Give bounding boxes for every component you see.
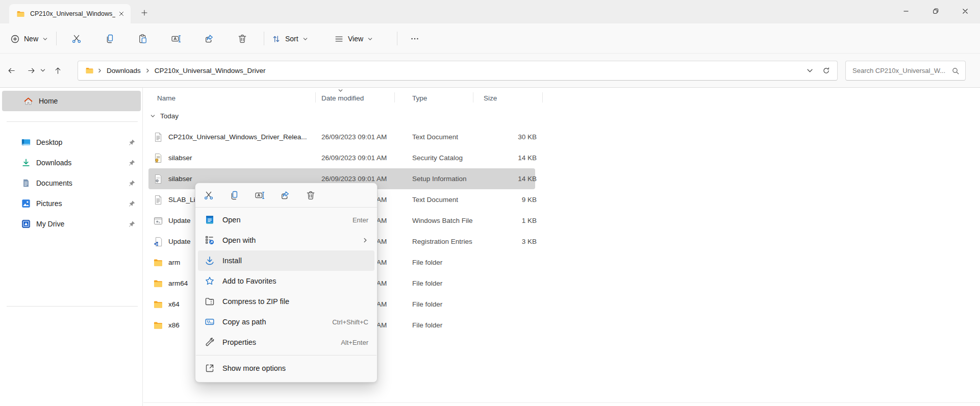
file-type: Text Document	[412, 133, 494, 141]
context-cut-button[interactable]	[199, 187, 218, 204]
forward-arrow-icon	[27, 66, 36, 75]
context-copy-button[interactable]	[225, 187, 243, 204]
file-row-cp210x-universal-windows-driver-relea[interactable]: CP210x_Universal_Windows_Driver_Relea...…	[148, 126, 535, 147]
copy-path-icon	[205, 317, 215, 327]
column-header-date-modified[interactable]: Date modified	[321, 94, 412, 102]
context-menu-item-show-more-options[interactable]: Show more options	[198, 358, 374, 378]
context-menu-divider	[196, 355, 376, 356]
sort-descending-icon	[338, 88, 343, 93]
zip-icon	[205, 296, 215, 307]
share-icon	[204, 34, 214, 44]
search-input[interactable]	[846, 67, 949, 74]
sidebar-item-downloads[interactable]: Downloads	[0, 153, 142, 173]
keyboard-shortcut: Alt+Enter	[341, 339, 368, 346]
column-divider[interactable]	[542, 92, 543, 103]
restore-button[interactable]	[921, 0, 950, 22]
minimize-button[interactable]	[891, 0, 921, 22]
context-rename-button[interactable]	[250, 187, 269, 204]
collapse-group-icon	[150, 113, 156, 119]
breadcrumb-current-folder[interactable]: CP210x_Universal_Windows_Driver	[152, 65, 269, 77]
folder-icon	[153, 299, 163, 310]
sidebar-item-documents[interactable]: Documents	[0, 173, 142, 193]
view-button[interactable]: View	[334, 30, 373, 48]
address-bar[interactable]: Downloads CP210x_Universal_Windows_Drive…	[78, 61, 838, 81]
file-row-silabser[interactable]: silabser26/09/2023 09:01 AMSecurity Cata…	[148, 147, 535, 168]
toolbar-separator	[397, 32, 397, 45]
text-doc-icon	[153, 132, 163, 142]
back-button[interactable]	[3, 62, 20, 79]
column-divider[interactable]	[315, 92, 316, 103]
file-size: 14 KB	[494, 175, 538, 183]
context-menu-item-open-with[interactable]: Open with	[198, 230, 374, 250]
refresh-button[interactable]	[818, 63, 834, 79]
file-type: Registration Entries	[412, 238, 494, 245]
folder-icon	[153, 258, 163, 268]
chevron-down-icon	[40, 67, 46, 73]
delete-button[interactable]	[232, 30, 253, 48]
column-divider[interactable]	[394, 92, 395, 103]
context-delete-button[interactable]	[301, 187, 320, 204]
more-options-button[interactable]	[405, 30, 425, 48]
copy-icon	[105, 34, 115, 44]
copy-button[interactable]	[99, 30, 120, 48]
context-menu-item-open[interactable]: OpenEnter	[198, 210, 374, 230]
file-type: File folder	[412, 300, 494, 308]
setup-info-icon	[153, 174, 163, 184]
sidebar-item-pictures[interactable]: Pictures	[0, 193, 142, 214]
context-menu-item-label: Properties	[222, 338, 256, 346]
registry-icon	[153, 237, 163, 247]
context-menu-item-install[interactable]: Install	[198, 250, 374, 271]
cut-button[interactable]	[66, 30, 87, 48]
sidebar-item-label: Home	[39, 97, 58, 105]
paste-icon	[138, 34, 148, 44]
share-icon	[280, 190, 290, 200]
batch-file-icon	[153, 216, 163, 226]
text-doc-icon	[153, 195, 163, 205]
group-header-today[interactable]: Today	[150, 112, 179, 120]
search-icon	[951, 67, 960, 75]
explorer-tab[interactable]: CP210x_Universal_Windows_D	[9, 4, 131, 23]
tab-close-button[interactable]	[115, 8, 128, 20]
navigation-pane: Home DesktopDownloadsDocumentsPicturesMy…	[0, 88, 143, 406]
context-menu-item-add-to-favorites[interactable]: Add to Favorites	[198, 271, 374, 291]
share-button[interactable]	[199, 30, 219, 48]
paste-button[interactable]	[133, 30, 153, 48]
address-bar-row: Downloads CP210x_Universal_Windows_Drive…	[0, 54, 980, 88]
pin-icon	[128, 200, 136, 208]
close-window-button[interactable]	[950, 0, 980, 22]
up-arrow-icon	[54, 66, 62, 75]
address-dropdown-button[interactable]	[801, 63, 818, 79]
breadcrumb-downloads[interactable]: Downloads	[104, 65, 144, 77]
column-header-name[interactable]: Name	[148, 94, 321, 102]
file-explorer-window: { "window": { "tab_title": "CP210x_Unive…	[0, 0, 980, 406]
column-divider[interactable]	[473, 92, 473, 103]
up-button[interactable]	[49, 62, 66, 79]
notepad-icon	[205, 215, 215, 225]
chevron-down-icon	[42, 36, 48, 42]
sidebar-item-label: Downloads	[36, 159, 71, 167]
context-share-button[interactable]	[276, 187, 294, 204]
sidebar-item-desktop[interactable]: Desktop	[0, 132, 142, 153]
file-type: File folder	[412, 280, 494, 287]
context-menu-item-label: Show more options	[222, 364, 286, 372]
file-size: 1 KB	[494, 217, 538, 224]
pin-icon	[128, 139, 136, 146]
context-menu-item-properties[interactable]: PropertiesAlt+Enter	[198, 332, 374, 352]
file-type: File folder	[412, 259, 494, 266]
context-menu-item-copy-as-path[interactable]: Copy as pathCtrl+Shift+C	[198, 312, 374, 332]
refresh-icon	[822, 67, 830, 74]
column-header-size[interactable]: Size	[484, 94, 541, 102]
view-lines-icon	[334, 34, 344, 44]
sidebar-item-my-drive[interactable]: My Drive	[0, 214, 142, 234]
sidebar-item-home[interactable]: Home	[2, 91, 141, 111]
back-arrow-icon	[7, 66, 16, 75]
open-with-icon	[205, 235, 215, 245]
new-tab-button[interactable]	[137, 6, 152, 20]
context-menu-item-compress-to-zip-file[interactable]: Compress to ZIP file	[198, 291, 374, 312]
sort-button[interactable]: Sort	[271, 30, 308, 48]
new-button[interactable]: New	[10, 30, 48, 48]
context-menu-items: OpenEnterOpen withInstallAdd to Favorite…	[195, 208, 377, 382]
recent-locations-button[interactable]	[37, 62, 49, 79]
rename-button[interactable]	[166, 30, 186, 48]
group-label: Today	[160, 112, 179, 120]
